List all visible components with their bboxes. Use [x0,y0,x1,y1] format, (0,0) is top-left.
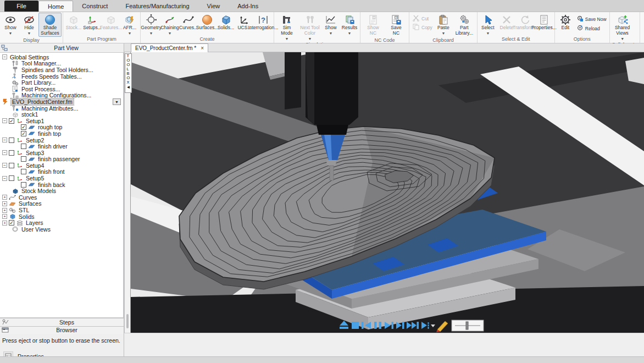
tree-item-tool-manager[interactable]: Tool Manager... [0,61,123,67]
tree-item-finish-back[interactable]: finish back [0,182,123,188]
viewport-scrollbar[interactable] [124,52,131,333]
simulation-scene[interactable] [131,52,644,333]
checkbox-unchecked[interactable] [21,156,26,162]
surfaces-button[interactable]: Surfaces... [198,13,216,36]
paste-button[interactable]: Paste▼ [434,13,453,37]
tree-item-setup4[interactable]: −Setup4 [0,162,123,169]
setups-button[interactable]: Setups... [83,13,102,36]
show-button[interactable]: Show▼ [1,13,20,37]
tree-item-evo-productcenter-fm[interactable]: EVO_ProductCenter.fm▼ [0,98,123,105]
save-now-button[interactable]: Save Now [575,14,608,24]
tree-item-user-views[interactable]: User Views [0,226,123,233]
toolbox-collapse-icon[interactable]: ◄ [126,85,131,90]
select-button[interactable]: Select▼ [479,13,497,36]
ribbon-group-options: EditSave NowReloadOptions [555,12,610,43]
menu-tab-home[interactable]: Home [38,1,73,12]
tree-item-spindles-and-tool-holders[interactable]: Spindles and Tool Holders... [0,67,123,73]
hide-button[interactable]: Hide▼ [20,13,38,37]
expand-icon[interactable]: + [2,221,7,226]
expand-icon[interactable]: + [2,201,7,206]
collapse-icon[interactable]: − [2,118,7,123]
edit-button[interactable]: Edit [556,13,575,36]
tree-item-finish-top[interactable]: ✓finish top [0,130,123,137]
delete-button: Delete [497,13,516,36]
tree-item-feeds-speeds-tables[interactable]: Feeds Speeds Tables... [0,73,123,80]
tree-item-setup1[interactable]: −✓Setup1 [0,118,123,124]
results-button[interactable]: Results▼ [340,13,359,41]
tree-item-curves[interactable]: +Curves [0,194,123,201]
tree-item-machining-configurations[interactable]: Machining Configurations... [0,92,123,99]
ucs-button[interactable]: UCS... [235,13,254,36]
checkbox-checked[interactable]: ✓ [21,131,26,136]
checkbox-checked[interactable]: ✓ [21,124,26,130]
checkbox-unchecked[interactable] [9,138,14,143]
expand-icon[interactable]: + [2,195,7,200]
collapse-icon[interactable]: − [2,150,7,155]
checkbox-unchecked[interactable] [21,169,26,174]
menu-tab-features-manufacturing[interactable]: Features/Manufacturing [116,0,198,12]
collapse-icon[interactable]: − [2,163,7,168]
reload-button[interactable]: Reload [575,24,608,33]
save-nc-button[interactable]: GSave NC [385,13,408,37]
tree-item-surfaces[interactable]: +Surfaces [0,201,123,207]
sim-mode-button[interactable]: Sim Mode▼ [275,13,298,41]
part-library-button[interactable]: Part Library... [453,13,476,37]
checkbox-unchecked[interactable] [21,144,26,149]
tree-item-finish-passenger[interactable]: finish passenger [0,156,123,163]
tree-item-rough-top[interactable]: ✓rough top [0,124,123,131]
checkbox-unchecked[interactable] [9,175,14,181]
slider-thumb[interactable] [466,322,468,329]
tree-item-solids[interactable]: +Solids [0,213,123,220]
menu-tab-add-ins[interactable]: Add-Ins [229,0,267,12]
tree-item-stock-models[interactable]: Stock Models [0,188,123,194]
tree-dropdown-button[interactable]: ▼ [113,98,121,105]
afr-button[interactable]: AFR...▼ [120,13,139,36]
curves-button[interactable]: Curves... [179,13,198,36]
document-tab[interactable]: EVO_ProductCenter.fm * × [131,43,208,52]
collapse-icon[interactable]: − [2,138,7,142]
tree-item-machining-attributes[interactable]: Machining Attributes... [0,105,123,112]
expand-icon[interactable]: + [2,208,7,213]
collapse-icon[interactable]: − [2,54,7,59]
chaining-button[interactable]: Chaining▼ [160,13,179,36]
tree-item-finish-front[interactable]: finish front [0,169,123,175]
shade-surfaces-button[interactable]: Shade Surfaces [38,13,62,37]
menu-tab-construct[interactable]: Construct [73,0,116,12]
tree-item-stl[interactable]: +STL [0,207,123,213]
checkbox-checked[interactable]: ✓ [9,118,14,124]
speed-slider[interactable] [452,320,484,331]
browser-panel-bar[interactable]: Browser [0,326,124,334]
tree-item-stock1[interactable]: stock1 [0,111,123,118]
checkbox-unchecked[interactable] [21,182,26,188]
properties-button[interactable]: Properties... [535,13,553,36]
tree-item-setup3[interactable]: −Setup3 [0,150,123,156]
cutting-tool [330,166,334,180]
geometry-button[interactable]: Geometry▼ [142,13,160,36]
close-tab-icon[interactable]: × [201,45,204,51]
show-button[interactable]: Show▼ [321,13,340,41]
interrogation-button[interactable]: ?Interrogation... [254,13,273,36]
stop-button[interactable] [352,322,359,329]
scrollbar-thumb[interactable] [126,314,129,328]
steps-panel-bar[interactable]: Steps [0,318,124,326]
shared-views-label: Shared Views [615,25,630,36]
tree-item-post-process[interactable]: Post Process... [0,86,123,92]
menu-tab-view[interactable]: View [198,0,229,12]
tree-item-setup5[interactable]: −Setup5 [0,175,123,182]
file-menu-button[interactable]: File [4,1,38,12]
tree-item-global-settings[interactable]: −Global Settings [0,54,123,61]
checkbox-checked[interactable]: ✓ [9,220,14,226]
checkbox-unchecked[interactable] [9,150,14,156]
solids-button[interactable]: Solids... [216,13,235,36]
tree-item-layers[interactable]: +✓Layers [0,219,123,226]
toolbox-tab[interactable]: TOOLBOX ◄ [125,53,132,93]
shared-views-button[interactable]: Shared Views▼ [611,13,634,41]
checkbox-unchecked[interactable] [9,163,14,168]
tree-item-finish-driver[interactable]: finish driver [0,143,123,150]
tree-item-part-library[interactable]: Part Library... [0,79,123,86]
tree-item-setup2[interactable]: −Setup2 [0,137,123,144]
ribbon-group-label: NC Code [362,37,408,44]
graphics-viewport[interactable] [131,52,644,333]
expand-icon[interactable]: + [2,214,7,219]
collapse-icon[interactable]: − [2,176,7,181]
